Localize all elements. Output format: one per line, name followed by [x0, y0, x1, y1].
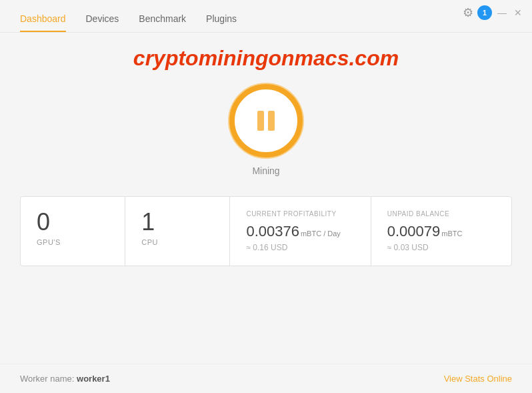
mining-toggle-button[interactable] — [229, 84, 303, 157]
balance-usd: ≈ 0.03 USD — [387, 243, 429, 252]
notification-badge[interactable]: 1 — [477, 5, 492, 20]
cpu-label: CPU — [141, 238, 158, 246]
footer: Worker name: worker1 View Stats Online — [0, 364, 532, 393]
profitability-heading: CURRENT PROFITABILITY — [246, 210, 336, 218]
worker-name-label: Worker name: worker1 — [20, 374, 110, 384]
profitability-value: 0.00376mBTC / Day — [246, 223, 340, 240]
view-stats-link[interactable]: View Stats Online — [444, 374, 512, 384]
navigation: Dashboard Devices Benchmark Plugins — [0, 0, 532, 33]
logo-text: cryptominingonmacs.com — [133, 46, 399, 71]
stats-grid: 0 GPU'S 1 CPU CURRENT PROFITABILITY 0.00… — [20, 196, 512, 266]
main-content: cryptominingonmacs.com Mining 0 GPU'S 1 … — [0, 33, 532, 280]
mining-status-label: Mining — [252, 165, 279, 176]
cpu-value: 1 — [141, 210, 155, 234]
mining-control: Mining — [229, 84, 303, 176]
titlebar: ⚙ 1 — ✕ — [455, 0, 532, 25]
gpus-label: GPU'S — [37, 238, 61, 246]
nav-item-devices[interactable]: Devices — [86, 13, 119, 32]
balance-value: 0.00079mBTC — [387, 223, 463, 240]
nav-item-dashboard[interactable]: Dashboard — [20, 13, 66, 32]
pause-icon — [257, 111, 275, 131]
balance-heading: UNPAID BALANCE — [387, 210, 450, 218]
stat-gpus: 0 GPU'S — [21, 197, 125, 266]
nav-item-plugins[interactable]: Plugins — [206, 13, 237, 32]
profitability-usd: ≈ 0.16 USD — [246, 243, 287, 252]
nav-item-benchmark[interactable]: Benchmark — [139, 13, 186, 32]
stat-balance: UNPAID BALANCE 0.00079mBTC ≈ 0.03 USD — [371, 197, 511, 266]
settings-icon[interactable]: ⚙ — [463, 5, 473, 20]
minimize-button[interactable]: — — [496, 7, 508, 19]
close-button[interactable]: ✕ — [512, 7, 524, 19]
gpus-value: 0 — [37, 210, 50, 234]
stat-profitability: CURRENT PROFITABILITY 0.00376mBTC / Day … — [230, 197, 371, 266]
stat-cpu: 1 CPU — [125, 197, 230, 266]
